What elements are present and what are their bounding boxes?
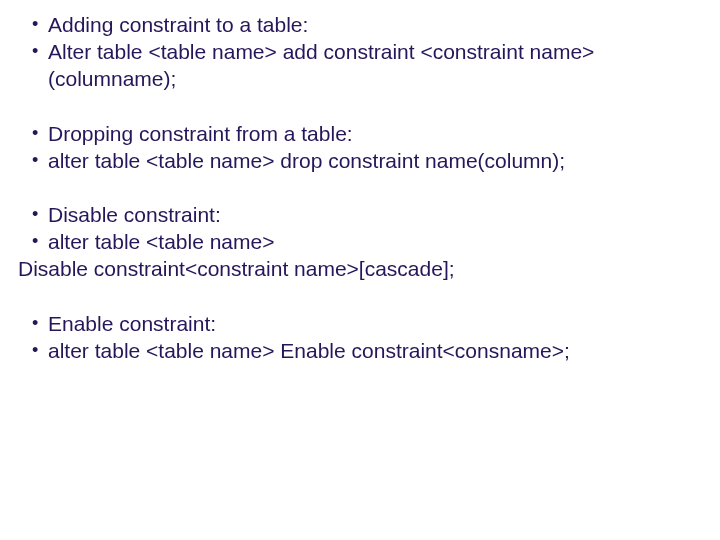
- group-enable-constraint: • Enable constraint: • alter table <tabl…: [18, 311, 702, 365]
- bullet-icon: •: [18, 229, 48, 254]
- bullet-icon: •: [18, 338, 48, 363]
- slide-content: • Adding constraint to a table: • Alter …: [0, 0, 720, 377]
- bullet-text: alter table <table name> Enable constrai…: [48, 338, 702, 365]
- bullet-icon: •: [18, 311, 48, 336]
- list-item: • alter table <table name> drop constrai…: [18, 148, 702, 175]
- bullet-icon: •: [18, 12, 48, 37]
- group-disable-constraint: • Disable constraint: • alter table <tab…: [18, 202, 702, 283]
- list-item: • alter table <table name>: [18, 229, 702, 256]
- list-item: • Enable constraint:: [18, 311, 702, 338]
- bullet-icon: •: [18, 121, 48, 146]
- list-item: • Disable constraint:: [18, 202, 702, 229]
- bullet-text: alter table <table name> drop constraint…: [48, 148, 702, 175]
- list-item: • alter table <table name> Enable constr…: [18, 338, 702, 365]
- bullet-text: Dropping constraint from a table:: [48, 121, 702, 148]
- bullet-text: Adding constraint to a table:: [48, 12, 702, 39]
- list-item: • Alter table <table name> add constrain…: [18, 39, 702, 93]
- bullet-icon: •: [18, 39, 48, 64]
- bullet-icon: •: [18, 148, 48, 173]
- bullet-text: alter table <table name>: [48, 229, 702, 256]
- continuation-line: Disable constraint<constraint name>[casc…: [18, 256, 702, 283]
- list-item: • Adding constraint to a table:: [18, 12, 702, 39]
- bullet-text: Disable constraint:: [48, 202, 702, 229]
- group-drop-constraint: • Dropping constraint from a table: • al…: [18, 121, 702, 175]
- list-item: • Dropping constraint from a table:: [18, 121, 702, 148]
- bullet-text: Enable constraint:: [48, 311, 702, 338]
- bullet-icon: •: [18, 202, 48, 227]
- group-add-constraint: • Adding constraint to a table: • Alter …: [18, 12, 702, 93]
- bullet-text: Alter table <table name> add constraint …: [48, 39, 702, 93]
